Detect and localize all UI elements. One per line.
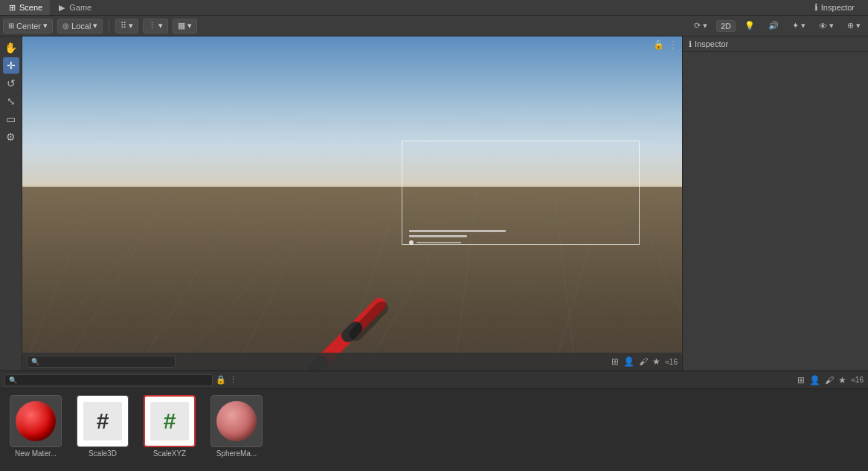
asset-label-scalexyz: ScaleXYZ [140,449,199,458]
tab-bar-right: ℹ Inspector [807,2,868,13]
transform-tool[interactable]: ⚙ [3,129,19,145]
scene-top-right-controls: 🔒 ⋮ [653,39,678,50]
rotate-tool[interactable]: ↺ [3,75,19,92]
snap-chevron-3: ▾ [187,21,192,31]
svg-line-8 [22,242,136,371]
brush-icon[interactable]: 🖌 [639,356,648,367]
svg-line-3 [234,187,325,371]
bottom-layers-icon[interactable]: ⊞ [797,375,805,385]
scale-icon: ⤡ [7,95,16,107]
hand-tool[interactable]: ✋ [3,39,19,56]
people-icon[interactable]: 👤 [623,356,634,367]
scale-tool[interactable]: ⤡ [3,93,19,109]
lock-icon[interactable]: 🔒 [653,39,664,50]
snap-dropdown-2[interactable]: ⋮ ▾ [143,19,168,33]
asset-icon-new-material [10,395,62,447]
bottom-dots-icon[interactable]: ⋮ [229,375,237,385]
star-icon[interactable]: ★ [652,356,660,367]
asset-icon-scalexyz: # [144,395,196,447]
ui-line-1 [409,230,506,232]
ui-dot [409,240,414,245]
snap-chevron-2: ▾ [158,21,163,31]
local-icon: ◎ [62,22,69,30]
bottom-lock-icon[interactable]: 🔒 [216,375,226,385]
audio-btn[interactable]: 🔊 [764,19,783,33]
orbit-chevron: ▾ [703,21,707,31]
orbit-icon: ⟳ [694,21,701,31]
view-btn[interactable]: ⊕ ▾ [843,19,865,33]
scale3d-hash-symbol: # [97,410,109,432]
audio-icon: 🔊 [768,21,779,31]
tab-game[interactable]: ▶ Game [50,0,99,15]
bottom-search-input[interactable]: 🔍 [4,374,213,386]
move-tool[interactable]: ✛ [3,57,19,74]
local-chevron: ▾ [93,21,97,31]
inspector-tab-label: Inspector [821,3,855,12]
asset-spheremat[interactable]: SphereMa... [207,395,266,458]
scene-tab-label: Scene [19,3,42,12]
layers-icon[interactable]: ⊞ [611,356,619,367]
local-dropdown[interactable]: ◎ Local ▾ [57,19,103,33]
orbit-btn[interactable]: ⟳ ▾ [689,19,712,33]
effects-btn[interactable]: ✦ ▾ [788,19,810,33]
svg-line-9 [174,242,288,371]
bottom-count: ≈16 [851,376,864,384]
gizmos-btn[interactable]: 👁 ▾ [814,19,838,33]
rect-tool[interactable]: ▭ [3,111,19,127]
left-toolbar: ✋ ✛ ↺ ⤡ ▭ ⚙ [0,36,22,371]
toolbar-right: ⟳ ▾ 2D 💡 🔊 ✦ ▾ 👁 ▾ ⊕ ▾ [689,19,865,33]
gizmos-icon: 👁 [819,22,827,31]
view-icon: ⊕ [847,21,854,31]
info-icon: ℹ [689,39,692,49]
count-display: ≈16 [665,358,678,366]
center-dropdown[interactable]: ⊞ Center ▾ [3,19,53,33]
ui-dot-trail [417,242,461,243]
scene-background: 🔒 ⋮ 🔍 ⊞ 👤 🖌 ★ ≈16 [22,36,682,371]
more-options-icon[interactable]: ⋮ [669,39,678,50]
ui-dot-line [409,240,506,245]
scene-search[interactable]: 🔍 [27,356,176,368]
bottom-people-icon[interactable]: 👤 [809,375,820,385]
inspector-content [683,52,868,371]
inspector-header: ℹ Inspector [683,36,868,52]
snap-icon-2: ⋮ [148,21,156,31]
local-label: Local [71,22,91,31]
svg-line-0 [22,187,98,371]
bottom-star-icon[interactable]: ★ [838,375,846,385]
inspector-icon: ℹ [814,2,818,13]
svg-line-1 [60,187,174,371]
svg-line-4 [341,187,402,371]
toolbar-separator-1 [109,19,109,33]
tab-scene[interactable]: ⊞ Scene [0,0,50,15]
snap-chevron-1: ▾ [129,21,133,31]
bottom-brush-icon[interactable]: 🖌 [825,375,834,385]
effects-chevron: ▾ [801,21,806,31]
snap-dropdown-1[interactable]: ⠿ ▾ [115,19,138,33]
scale3d-hash-icon: # [83,402,122,440]
asset-label-spheremat: SphereMa... [207,449,266,458]
selection-box [402,141,640,245]
bottom-panel-toolbar: 🔍 🔒 ⋮ ⊞ 👤 🖌 ★ ≈16 [0,371,868,389]
asset-scale3d[interactable]: # Scale3D [73,395,132,458]
2d-button[interactable]: 2D [716,20,736,32]
scene-tab-icon: ⊞ [7,3,16,12]
scene-toolbar: ⊞ Center ▾ ◎ Local ▾ ⠿ ▾ ⋮ ▾ ▦ ▾ ⟳ ▾ 2D … [0,16,868,36]
game-tab-label: Game [69,3,91,12]
center-label: Center [16,22,41,31]
snap-dropdown-3[interactable]: ▦ ▾ [173,19,197,33]
asset-scalexyz[interactable]: # ScaleXYZ [140,395,199,458]
bottom-search-icon: 🔍 [9,377,17,384]
inspector-tab[interactable]: ℹ Inspector [807,2,862,13]
rotate-icon: ↺ [7,77,16,89]
bottom-panel-top-right: 🔒 ⋮ [216,375,240,385]
asset-label-scale3d: Scale3D [73,449,132,458]
light-btn[interactable]: 💡 [740,19,759,33]
bottom-icons-right: ⊞ 👤 🖌 ★ ≈16 [797,375,864,385]
move-icon: ✛ [7,60,16,71]
snap-icon-1: ⠿ [120,21,126,31]
transform-icon: ⚙ [6,131,16,143]
scalexyz-hash-symbol: # [164,410,176,432]
asset-new-material[interactable]: New Mater... [6,395,65,458]
center-chevron: ▾ [43,21,48,31]
scene-view[interactable]: 🔒 ⋮ 🔍 ⊞ 👤 🖌 ★ ≈16 [22,36,682,371]
